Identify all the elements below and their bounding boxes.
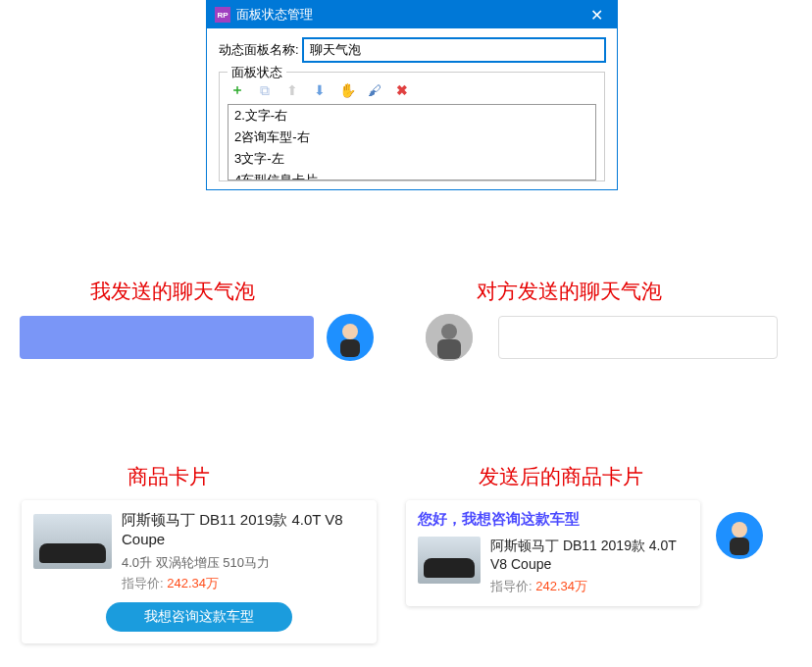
svg-rect-4 (437, 339, 461, 359)
sent-product-card: 您好，我想咨询这款车型 阿斯顿马丁 DB11 2019款 4.0T V8 Cou… (406, 500, 700, 606)
brush-icon[interactable]: 🖌 (367, 82, 382, 98)
car-thumbnail (418, 537, 481, 584)
price-row: 指导价: 242.34万 (490, 578, 688, 595)
avatar-face-icon (716, 512, 763, 559)
card-info: 阿斯顿马丁 DB11 2019款 4.0T V8 Coupe 指导价: 242.… (490, 537, 688, 594)
label-my-bubble: 我发送的聊天气泡 (90, 278, 255, 305)
price-value: 242.34万 (167, 576, 219, 590)
svg-point-5 (732, 522, 747, 538)
svg-rect-1 (340, 339, 360, 357)
car-icon (39, 543, 106, 563)
hand-icon[interactable]: ✋ (339, 82, 355, 98)
other-chat-bubble (498, 316, 778, 359)
price-row: 指导价: 242.34万 (122, 575, 365, 592)
move-up-icon[interactable]: ⬆ (284, 82, 300, 98)
price-label: 指导价: (122, 576, 167, 590)
label-product-card: 商品卡片 (127, 463, 210, 490)
dialog-titlebar[interactable]: RP 面板状态管理 ✕ (207, 1, 617, 28)
list-item[interactable]: 2咨询车型-右 (228, 127, 595, 148)
panel-name-input[interactable] (303, 38, 605, 62)
delete-state-icon[interactable]: ✖ (394, 82, 410, 98)
svg-point-0 (342, 324, 358, 339)
panel-state-dialog: RP 面板状态管理 ✕ 动态面板名称: 面板状态 ＋ ⧉ ⬆ ⬇ ✋ 🖌 ✖ 2… (206, 0, 618, 190)
label-sent-product-card: 发送后的商品卡片 (479, 463, 643, 490)
avatar-other (426, 314, 473, 361)
state-list[interactable]: 2.文字-右 2咨询车型-右 3文字-左 4车型信息卡片 (228, 104, 596, 180)
car-spec: 4.0升 双涡轮增压 510马力 (122, 554, 365, 572)
name-label: 动态面板名称: (219, 41, 299, 59)
car-thumbnail (33, 514, 112, 569)
states-toolbar: ＋ ⧉ ⬆ ⬇ ✋ 🖌 ✖ (228, 78, 596, 104)
card-content-row: 阿斯顿马丁 DB11 2019款 4.0T V8 Coupe 指导价: 242.… (418, 537, 688, 594)
close-icon[interactable]: ✕ (584, 6, 609, 25)
avatar-self (327, 314, 374, 361)
dialog-body: 动态面板名称: 面板状态 ＋ ⧉ ⬆ ⬇ ✋ 🖌 ✖ 2.文字-右 2咨询车型-… (207, 28, 617, 189)
duplicate-state-icon[interactable]: ⧉ (257, 82, 273, 98)
price-value: 242.34万 (535, 579, 587, 593)
svg-point-3 (441, 324, 457, 339)
list-item[interactable]: 3文字-左 (228, 148, 595, 170)
car-title: 阿斯顿马丁 DB11 2019款 4.0T V8 Coupe (122, 510, 365, 550)
inquire-button[interactable]: 我想咨询这款车型 (106, 602, 292, 632)
app-icon: RP (215, 7, 230, 23)
name-row: 动态面板名称: (219, 38, 605, 62)
price-label: 指导价: (490, 579, 535, 593)
move-down-icon[interactable]: ⬇ (312, 82, 328, 98)
car-title: 阿斯顿马丁 DB11 2019款 4.0T V8 Coupe (490, 537, 688, 574)
avatar-face-icon (426, 314, 473, 361)
list-item[interactable]: 4车型信息卡片 (228, 170, 595, 180)
car-icon (424, 558, 475, 578)
card-info: 阿斯顿马丁 DB11 2019款 4.0T V8 Coupe 4.0升 双涡轮增… (122, 510, 365, 592)
product-card: 阿斯顿马丁 DB11 2019款 4.0T V8 Coupe 4.0升 双涡轮增… (22, 500, 377, 643)
fieldset-title: 面板状态 (228, 64, 286, 81)
svg-rect-6 (730, 538, 749, 555)
my-chat-bubble (20, 316, 314, 359)
avatar-self-small (716, 512, 763, 559)
card-content-row: 阿斯顿马丁 DB11 2019款 4.0T V8 Coupe 4.0升 双涡轮增… (33, 510, 365, 592)
dialog-title: 面板状态管理 (236, 6, 584, 24)
add-state-icon[interactable]: ＋ (229, 82, 245, 98)
list-item[interactable]: 2.文字-右 (228, 105, 595, 127)
greeting-text: 您好，我想咨询这款车型 (418, 510, 688, 529)
avatar-face-icon (327, 314, 374, 361)
states-fieldset: 面板状态 ＋ ⧉ ⬆ ⬇ ✋ 🖌 ✖ 2.文字-右 2咨询车型-右 3文字-左 … (219, 72, 605, 181)
label-other-bubble: 对方发送的聊天气泡 (477, 278, 662, 305)
